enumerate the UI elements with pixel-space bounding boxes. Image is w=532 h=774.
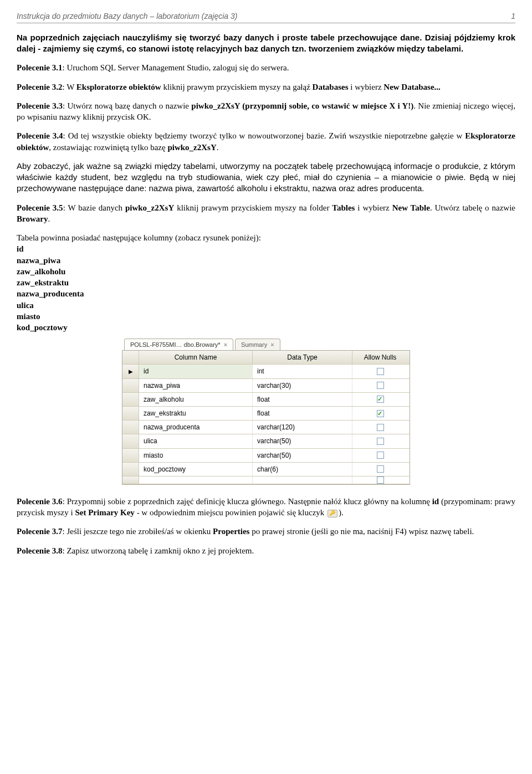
- checkbox-icon[interactable]: [377, 452, 384, 459]
- row-header-spacer: [122, 351, 139, 364]
- col-zaw-ekstraktu: zaw_ekstraktu: [17, 277, 515, 288]
- col-zaw-alkoholu: zaw_alkoholu: [17, 266, 515, 277]
- polecenie-3-6: Polecenie 3.6: Przypomnij sobie z poprze…: [17, 496, 515, 519]
- cell-column-name[interactable]: zaw_ekstraktu: [139, 407, 253, 420]
- table-row[interactable]: ▶idint: [122, 365, 410, 378]
- polecenie-3-2: Polecenie 3.2: W Eksploratorze obiektów …: [17, 81, 515, 93]
- checkbox-icon[interactable]: [377, 465, 384, 473]
- table-row[interactable]: zaw_alkoholufloat: [122, 393, 410, 407]
- checkbox-icon[interactable]: [377, 476, 384, 484]
- header-page-number: 1: [511, 11, 515, 22]
- col-nazwa-producenta: nazwa_producenta: [17, 288, 515, 299]
- header-title: Instrukcja do przedmiotu Bazy danych – l…: [17, 11, 237, 22]
- label-3-1: Polecenie 3.1: [17, 63, 62, 72]
- columns-intro: Tabela powinna posiadać następujące kolu…: [17, 232, 515, 243]
- cell-column-name[interactable]: zaw_alkoholu: [139, 393, 253, 406]
- checkbox-icon[interactable]: [377, 382, 384, 389]
- close-icon[interactable]: ×: [270, 341, 274, 349]
- checkbox-icon[interactable]: [377, 368, 384, 375]
- col-ulica: ulica: [17, 300, 515, 311]
- table-row[interactable]: miastovarchar(50): [122, 449, 410, 463]
- checkbox-icon[interactable]: [377, 396, 384, 403]
- label-3-5: Polecenie 3.5: [17, 203, 63, 212]
- designer-grid: Column Name Data Type Allow Nulls ▶idint…: [122, 350, 410, 485]
- page-header: Instrukcja do przedmiotu Bazy danych – l…: [17, 11, 515, 23]
- cell-data-type[interactable]: varchar(120): [253, 421, 352, 434]
- polecenie-3-5: Polecenie 3.5: W bazie danych piwko_z2Xs…: [17, 202, 515, 225]
- cell-column-name[interactable]: kod_pocztowy: [139, 463, 253, 476]
- tab-dbo-browary[interactable]: POLSL-F8755MI… dbo.Browary*×: [124, 339, 233, 350]
- table-row[interactable]: ulicavarchar(50): [122, 434, 410, 448]
- checkbox-icon[interactable]: [377, 410, 384, 417]
- row-selector[interactable]: [122, 379, 139, 392]
- cell-allow-nulls[interactable]: [352, 393, 408, 406]
- cell-data-type[interactable]: varchar(50): [253, 434, 352, 448]
- cell-allow-nulls[interactable]: [352, 434, 408, 448]
- cell-allow-nulls[interactable]: [352, 421, 408, 434]
- cell-column-name[interactable]: id: [139, 365, 253, 378]
- cell-allow-nulls[interactable]: [352, 407, 408, 420]
- row-arrow-icon: ▶: [129, 368, 133, 376]
- cell-data-type[interactable]: varchar(30): [253, 379, 352, 392]
- header-data-type: Data Type: [253, 351, 352, 364]
- tab-label: Summary: [241, 341, 267, 348]
- label-3-7: Polecenie 3.7: [17, 527, 62, 536]
- table-row[interactable]: zaw_ekstraktufloat: [122, 407, 410, 421]
- header-column-name: Column Name: [139, 351, 253, 364]
- tab-label: POLSL-F8755MI… dbo.Browary*: [130, 341, 221, 348]
- table-row[interactable]: nazwa_piwavarchar(30): [122, 379, 410, 393]
- cell-column-name[interactable]: miasto: [139, 449, 253, 462]
- row-selector[interactable]: [122, 476, 139, 484]
- polecenie-3-8: Polecenie 3.8: Zapisz utworzoną tabelę i…: [17, 545, 515, 556]
- cell-data-type[interactable]: int: [253, 365, 352, 378]
- label-3-2: Polecenie 3.2: [17, 83, 62, 91]
- cell-data-type[interactable]: varchar(50): [253, 449, 352, 462]
- cell-data-type[interactable]: float: [253, 393, 352, 406]
- col-nazwa-piwa: nazwa_piwa: [17, 255, 515, 266]
- cell-allow-nulls[interactable]: [352, 379, 408, 392]
- designer-tabs: POLSL-F8755MI… dbo.Browary*× Summary×: [122, 339, 410, 350]
- table-designer-screenshot: POLSL-F8755MI… dbo.Browary*× Summary× Co…: [122, 339, 410, 485]
- cell-allow-nulls[interactable]: [352, 476, 408, 484]
- table-row-empty[interactable]: [122, 476, 410, 484]
- header-allow-nulls: Allow Nulls: [352, 351, 408, 364]
- close-icon[interactable]: ×: [224, 341, 227, 349]
- checkbox-icon[interactable]: [377, 424, 384, 431]
- label-3-3: Polecenie 3.3: [17, 101, 63, 110]
- row-selector[interactable]: ▶: [122, 365, 139, 378]
- intro-paragraph: Na poprzednich zajęciach nauczyliśmy się…: [17, 32, 515, 55]
- col-miasto: miasto: [17, 311, 515, 322]
- row-selector[interactable]: [122, 463, 139, 476]
- label-3-8: Polecenie 3.8: [17, 546, 62, 555]
- cell-column-name[interactable]: nazwa_piwa: [139, 379, 253, 392]
- label-3-6: Polecenie 3.6: [17, 497, 63, 506]
- cell-column-name[interactable]: [139, 476, 253, 484]
- polecenie-3-4: Polecenie 3.4: Od tej wszystkie obiekty …: [17, 130, 515, 153]
- row-selector[interactable]: [122, 449, 139, 462]
- cell-data-type[interactable]: char(6): [253, 463, 352, 476]
- cell-column-name[interactable]: nazwa_producenta: [139, 421, 253, 434]
- cell-data-type[interactable]: float: [253, 407, 352, 420]
- cell-allow-nulls[interactable]: [352, 449, 408, 462]
- table-row[interactable]: nazwa_producentavarchar(120): [122, 421, 410, 434]
- cell-allow-nulls[interactable]: [352, 365, 408, 378]
- grid-header-row: Column Name Data Type Allow Nulls: [122, 351, 410, 365]
- cell-allow-nulls[interactable]: [352, 463, 408, 476]
- checkbox-icon[interactable]: [377, 438, 384, 445]
- col-kod-pocztowy: kod_pocztowy: [17, 322, 515, 333]
- primary-key-icon: [328, 510, 337, 517]
- row-selector[interactable]: [122, 407, 139, 420]
- row-selector[interactable]: [122, 421, 139, 434]
- polecenie-3-1: Polecenie 3.1: Uruchom SQL Server Manage…: [17, 62, 515, 73]
- table-row[interactable]: kod_pocztowychar(6): [122, 463, 410, 476]
- col-id: id: [17, 243, 515, 254]
- polecenie-3-7: Polecenie 3.7: Jeśli jeszcze tego nie zr…: [17, 526, 515, 537]
- cell-data-type[interactable]: [253, 476, 352, 484]
- about-paragraph: Aby zobaczyć, jak ważne są związki międz…: [17, 161, 515, 194]
- row-selector[interactable]: [122, 434, 139, 448]
- label-3-4: Polecenie 3.4: [17, 131, 63, 140]
- polecenie-3-3: Polecenie 3.3: Utwórz nową bazę danych o…: [17, 100, 515, 123]
- cell-column-name[interactable]: ulica: [139, 434, 253, 448]
- tab-summary[interactable]: Summary×: [235, 339, 280, 350]
- row-selector[interactable]: [122, 393, 139, 406]
